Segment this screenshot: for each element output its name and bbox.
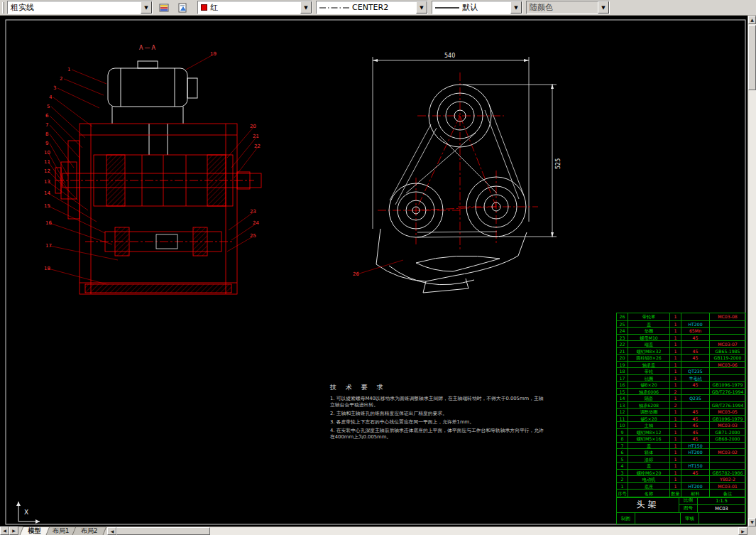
vertical-scrollbar[interactable]: ▲ ▼ [747,16,756,526]
tab-scroll-right-button[interactable]: ▶ [9,526,18,535]
linetype-combo[interactable]: CENTER2 ▼ [316,1,428,14]
color-combo[interactable]: 红 ▼ [197,1,312,14]
bom-cell: 16 [617,381,628,388]
bom-cell: 45 [681,408,710,415]
bom-cell: 1 [670,448,681,455]
bom-cell: 螺钉M5×16 [628,435,670,442]
bom-cell: 隔套 [628,394,670,401]
bom-cell: 22 [617,340,628,347]
toolbar-grip[interactable] [2,2,4,13]
bom-cell: GB/T276-1994 [710,401,745,409]
callout-label: 1 [67,67,70,72]
callout-leader [48,269,106,284]
linetype-sample-icon [319,5,349,11]
bom-cell: 2 [670,388,681,395]
bom-cell: 24 [617,327,628,334]
cad-application-window: 粗实线 ▼ 红 ▼ [0,0,756,535]
bom-cell [681,340,710,347]
bom-cell: 1 [670,475,681,482]
bom-cell: HT150 [681,442,710,449]
bom-cell: 1 [670,415,681,422]
layer-properties-button[interactable] [156,1,173,15]
bom-cell: 45 [681,354,710,361]
bom-row: 4盖1HT150 [617,462,745,469]
bom-cell: 1 [670,421,681,428]
bom-row: 9螺钉M8×12145GB71-2000 [617,428,745,436]
bom-cell: 调整垫圈 [628,408,670,415]
chevron-down-icon[interactable]: ▼ [141,1,152,13]
chevron-down-icon[interactable]: ▼ [416,1,427,13]
drawing-canvas[interactable]: A—A [0,16,747,526]
bom-cell: 盖 [628,442,670,449]
bom-row: 12调整垫圈145MC03-05 [617,408,745,415]
bom-cell: 螺钉M8×32 [628,347,670,355]
bom-cell: GB/T276-1994 [710,388,745,395]
bom-cell: 45 [681,469,710,476]
bom-cell [710,462,745,469]
bom-cell: 65Mn [681,327,710,334]
bom-row: 10主轴145MC03-03 [617,421,745,428]
scroll-down-button[interactable]: ▼ [748,518,756,526]
bom-cell [681,313,710,320]
bom-cell: 45 [681,381,710,388]
horizontal-scroll-track[interactable] [116,527,738,535]
vertical-scroll-thumb[interactable] [748,25,756,90]
scroll-right-button[interactable]: ▶ [738,527,747,535]
bom-cell: 1 [670,320,681,328]
bom-row: 11键5×28145GB1096-1979 [617,415,745,422]
bom-cell: 盖 [628,320,670,328]
bom-cell [710,374,745,382]
bom-cell: 端盖 [628,340,670,347]
checker-label: 审核 [681,513,699,524]
lineweight-combo[interactable]: 默认 ▼ [432,1,522,14]
callout-leader [48,153,65,183]
tab-model[interactable]: 模型 [20,526,50,535]
tech-req-title: 技 术 要 求 [330,383,544,392]
callout-label: 6 [45,113,49,119]
horizontal-scrollbar[interactable]: ◀ ▶ [107,526,747,535]
bom-cell: MC03-01 [710,482,745,490]
bom-cell: 1 [670,455,681,463]
bom-cell: 13 [617,401,628,409]
bom-cell: 1 [670,347,681,355]
color-value: 红 [210,2,218,13]
bom-row: 19轴承盖1MC03-06 [617,361,745,368]
chevron-down-icon[interactable]: ▼ [510,1,522,13]
dimension-right: 525 [555,158,561,169]
chevron-down-icon: ▼ [598,1,609,13]
scroll-left-button[interactable]: ◀ [107,527,116,535]
tab-layout2[interactable]: 布局2 [72,526,106,535]
callout-label: 23 [250,209,256,215]
bom-cell: GB119-2000 [710,354,745,361]
bom-cell: 1 [670,482,681,490]
bom-cell: Y802-2 [710,475,745,482]
bom-cell: QT235 [681,367,710,374]
bom-cell: 2 [617,475,628,482]
bom-row: 16键8×20145GB1096-1979 [617,381,745,388]
bom-row: 6箱体1HT200MC03-02 [617,448,745,455]
bom-cell [681,361,710,368]
horizontal-scroll-thumb[interactable] [116,527,210,535]
bom-cell: 键8×20 [628,381,670,388]
bom-cell: 17 [617,374,628,382]
bom-cell: 1 [670,374,681,382]
layer-states-button[interactable] [175,1,192,15]
callout-label: 12 [44,168,50,174]
bom-cell [681,388,710,395]
linetype-style-combo[interactable]: 粗实线 ▼ [7,1,153,14]
bom-cell: 10 [617,421,628,428]
bom-row: 14隔套1Q235 [617,394,745,401]
bom-cell: 45 [681,421,710,428]
title-block: 头架 比例 1:1.5 图号 MC03 制图 审核 [616,497,746,524]
bom-cell: 1 [670,428,681,436]
bom-cell: 1 [670,334,681,341]
callout-label: 8 [45,131,48,137]
scroll-up-button[interactable]: ▲ [748,16,756,24]
bom-cell: 1 [670,367,681,374]
bom-cell [681,475,710,482]
chevron-down-icon[interactable]: ▼ [300,1,312,13]
bom-row: 26带轮罩1MC03-08 [617,313,745,320]
tab-scroll-left-button[interactable]: ◀ [0,526,9,535]
bom-cell: 底座 [628,482,670,490]
bom-cell: HT200 [681,482,710,490]
